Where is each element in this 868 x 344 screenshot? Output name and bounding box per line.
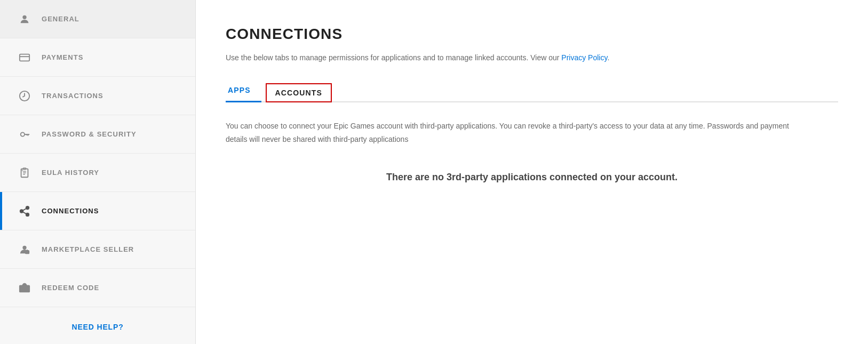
sidebar-item-redeem-code[interactable]: Redeem Code xyxy=(0,269,195,307)
description-prefix: Use the below tabs to manage permissions… xyxy=(226,53,561,62)
svg-point-3 xyxy=(21,132,25,136)
sidebar-item-connections[interactable]: Connections xyxy=(0,192,195,230)
sidebar-item-password-security-label: Password & Security xyxy=(42,130,137,138)
share-icon xyxy=(17,204,32,219)
page-title: CONNECTIONS xyxy=(226,26,838,43)
tab-apps[interactable]: APPS xyxy=(226,81,261,102)
svg-point-10 xyxy=(20,210,23,213)
svg-point-11 xyxy=(26,213,29,216)
transactions-icon xyxy=(17,89,32,103)
svg-point-9 xyxy=(26,206,29,209)
sidebar-item-payments-label: Payments xyxy=(42,53,83,61)
marketplace-icon xyxy=(17,242,32,257)
apps-description: You can choose to connect your Epic Game… xyxy=(226,119,813,146)
payments-icon xyxy=(17,50,32,65)
main-content: CONNECTIONS Use the below tabs to manage… xyxy=(196,0,868,344)
tab-accounts[interactable]: ACCOUNTS xyxy=(266,83,332,102)
need-help-link[interactable]: Need Help? xyxy=(0,310,195,344)
tabs-bar: APPS ACCOUNTS xyxy=(226,81,838,102)
sidebar-item-general[interactable]: General xyxy=(0,0,195,38)
redeem-icon xyxy=(17,281,32,295)
description: Use the below tabs to manage permissions… xyxy=(226,52,838,63)
svg-point-0 xyxy=(22,15,26,19)
sidebar-item-marketplace-seller-label: Marketplace Seller xyxy=(42,245,134,253)
svg-rect-1 xyxy=(20,54,29,61)
sidebar-item-transactions-label: Transactions xyxy=(42,92,103,100)
sidebar: General Payments Transactions Password &… xyxy=(0,0,196,344)
sidebar-item-password-security[interactable]: Password & Security xyxy=(0,115,195,154)
empty-state-message: There are no 3rd-party applications conn… xyxy=(226,172,838,183)
svg-rect-15 xyxy=(26,250,29,253)
sidebar-item-redeem-code-label: Redeem Code xyxy=(42,284,99,292)
svg-line-13 xyxy=(23,208,26,210)
privacy-policy-link[interactable]: Privacy Policy xyxy=(561,53,607,62)
person-icon xyxy=(17,12,32,27)
svg-line-12 xyxy=(23,212,26,214)
clipboard-icon xyxy=(17,165,32,180)
svg-point-14 xyxy=(23,246,26,249)
key-icon xyxy=(17,127,32,142)
sidebar-item-payments[interactable]: Payments xyxy=(0,38,195,77)
sidebar-item-eula-history-label: EULA History xyxy=(42,169,99,177)
svg-point-18 xyxy=(23,287,26,290)
sidebar-item-general-label: General xyxy=(42,15,79,23)
description-suffix: . xyxy=(607,53,609,62)
sidebar-item-eula-history[interactable]: EULA History xyxy=(0,154,195,192)
sidebar-item-transactions[interactable]: Transactions xyxy=(0,77,195,115)
sidebar-item-connections-label: Connections xyxy=(42,207,99,215)
sidebar-item-marketplace-seller[interactable]: Marketplace Seller xyxy=(0,230,195,269)
